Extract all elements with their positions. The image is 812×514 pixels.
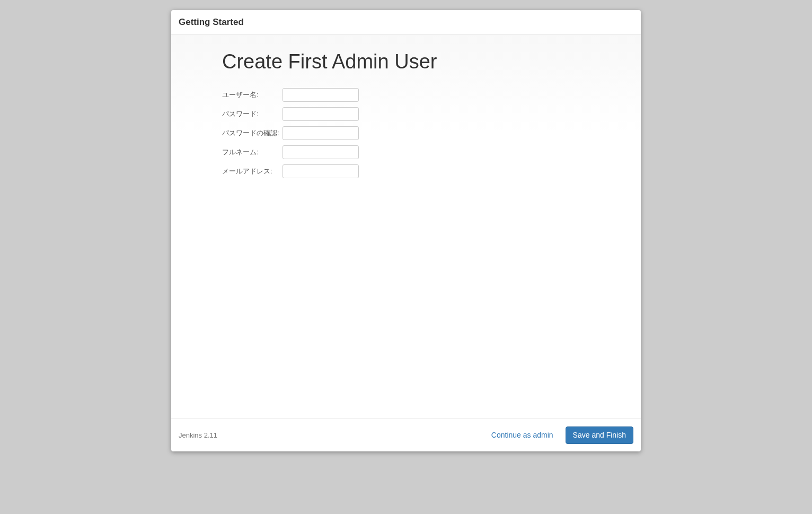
confirm-password-label: パスワードの確認: [222,126,283,145]
admin-user-form: ユーザー名: パスワード: パスワードの確認: フルネーム: [222,88,359,184]
password-label: パスワード: [222,107,283,126]
version-label: Jenkins 2.11 [179,431,217,439]
fullname-label: フルネーム: [222,145,283,164]
fullname-input[interactable] [283,145,359,159]
save-and-finish-button[interactable]: Save and Finish [566,426,633,444]
form-row-username: ユーザー名: [222,88,359,107]
email-input[interactable] [283,164,359,178]
continue-as-admin-button[interactable]: Continue as admin [484,427,560,443]
username-input[interactable] [283,88,359,102]
form-row-fullname: フルネーム: [222,145,359,164]
setup-wizard-modal: Getting Started Create First Admin User … [171,10,641,451]
form-row-email: メールアドレス: [222,164,359,184]
modal-header: Getting Started [171,10,641,34]
modal-footer: Jenkins 2.11 Continue as admin Save and … [171,419,641,451]
modal-body: Create First Admin User ユーザー名: パスワード: パス… [171,34,641,419]
form-row-confirm-password: パスワードの確認: [222,126,359,145]
confirm-password-input[interactable] [283,126,359,140]
page-title: Create First Admin User [222,50,641,73]
username-label: ユーザー名: [222,88,283,107]
form-row-password: パスワード: [222,107,359,126]
email-label: メールアドレス: [222,164,283,184]
password-input[interactable] [283,107,359,121]
modal-title: Getting Started [179,17,633,28]
